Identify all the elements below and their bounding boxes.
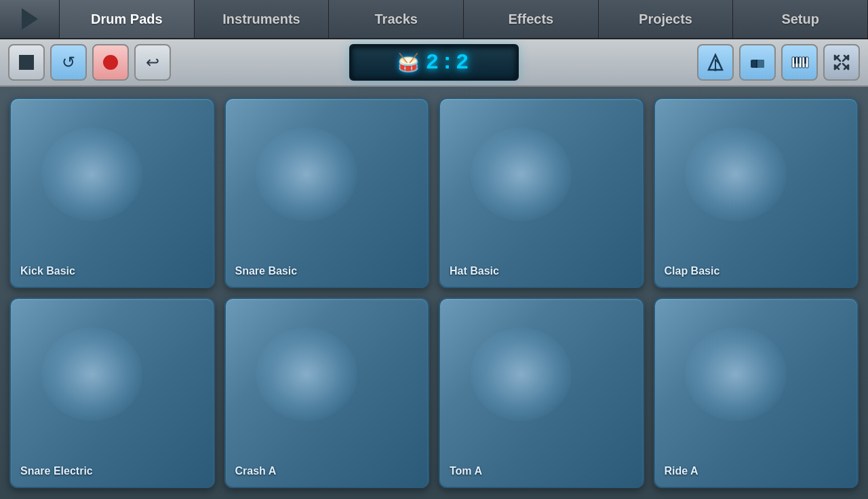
play-icon bbox=[22, 8, 38, 30]
pad-tom-a[interactable]: Tom A bbox=[439, 298, 644, 488]
svg-rect-5 bbox=[757, 60, 764, 68]
toolbar: ↺ ↩ 🥁 2:2 bbox=[0, 39, 868, 87]
top-navigation: Drum Pads Instruments Tracks Effects Pro… bbox=[0, 0, 868, 39]
erase-icon bbox=[748, 53, 767, 72]
tab-drum-pads[interactable]: Drum Pads bbox=[60, 0, 195, 38]
pad-hat-basic[interactable]: Hat Basic bbox=[439, 98, 644, 288]
pads-row-2: Snare Electric Crash A Tom A Ride A bbox=[9, 298, 859, 488]
pad-clap-basic-label: Clap Basic bbox=[665, 265, 720, 277]
piano-icon bbox=[790, 53, 809, 72]
record-icon bbox=[103, 55, 118, 70]
pad-crash-a-label: Crash A bbox=[235, 465, 277, 477]
expand-icon bbox=[832, 53, 851, 72]
pad-snare-basic[interactable]: Snare Basic bbox=[224, 98, 430, 288]
drum-icon: 🥁 bbox=[397, 52, 419, 73]
tab-tracks[interactable]: Tracks bbox=[329, 0, 464, 38]
pads-row-1: Kick Basic Snare Basic Hat Basic Clap Ba… bbox=[9, 98, 859, 288]
play-button[interactable] bbox=[0, 0, 60, 38]
loop-icon: ↺ bbox=[62, 53, 75, 72]
pad-kick-basic[interactable]: Kick Basic bbox=[9, 98, 215, 288]
stop-button[interactable] bbox=[8, 44, 45, 81]
pad-kick-basic-label: Kick Basic bbox=[20, 265, 75, 277]
pad-ride-a-label: Ride A bbox=[665, 465, 698, 477]
tab-effects[interactable]: Effects bbox=[464, 0, 599, 38]
tab-instruments[interactable]: Instruments bbox=[195, 0, 330, 38]
pad-snare-electric[interactable]: Snare Electric bbox=[9, 298, 215, 488]
loop-button[interactable]: ↺ bbox=[50, 44, 87, 81]
metronome-button[interactable] bbox=[697, 44, 734, 81]
expand-button[interactable] bbox=[823, 44, 860, 81]
pad-snare-basic-label: Snare Basic bbox=[235, 265, 298, 277]
pad-ride-a[interactable]: Ride A bbox=[654, 298, 859, 488]
pad-tom-a-label: Tom A bbox=[450, 465, 482, 477]
pads-area: Kick Basic Snare Basic Hat Basic Clap Ba… bbox=[0, 87, 868, 499]
metronome-icon bbox=[706, 53, 725, 72]
pad-hat-basic-label: Hat Basic bbox=[450, 265, 499, 277]
tab-setup[interactable]: Setup bbox=[733, 0, 868, 38]
piano-button[interactable] bbox=[781, 44, 818, 81]
stop-icon bbox=[19, 55, 34, 70]
svg-point-3 bbox=[714, 68, 717, 71]
pad-snare-electric-label: Snare Electric bbox=[20, 465, 93, 477]
lcd-display: 🥁 2:2 bbox=[349, 44, 519, 81]
time-display: 2:2 bbox=[426, 50, 471, 75]
erase-button[interactable] bbox=[739, 44, 776, 81]
undo-icon: ↩ bbox=[146, 53, 159, 72]
svg-rect-13 bbox=[797, 57, 800, 64]
pad-crash-a[interactable]: Crash A bbox=[224, 298, 430, 488]
tab-projects[interactable]: Projects bbox=[599, 0, 734, 38]
svg-rect-14 bbox=[804, 57, 806, 64]
svg-rect-12 bbox=[794, 57, 796, 64]
undo-button[interactable]: ↩ bbox=[134, 44, 171, 81]
pad-clap-basic[interactable]: Clap Basic bbox=[654, 98, 859, 288]
record-button[interactable] bbox=[92, 44, 129, 81]
